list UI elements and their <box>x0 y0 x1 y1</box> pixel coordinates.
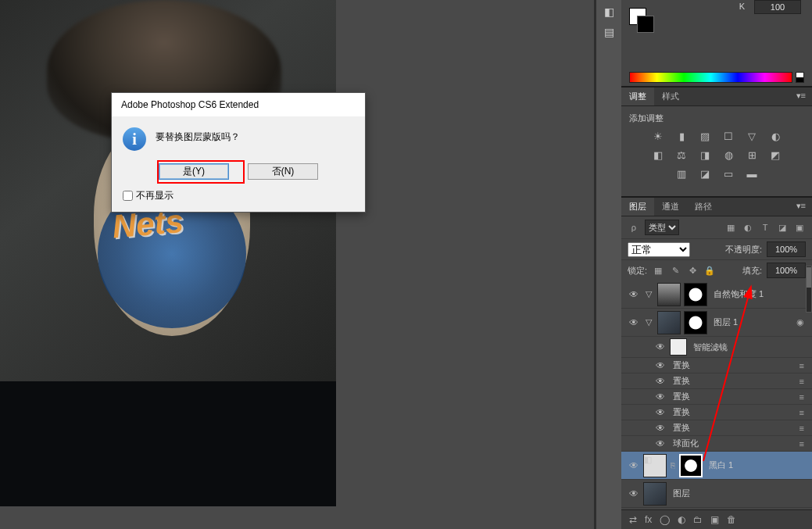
visibility-icon[interactable]: 👁 <box>653 360 668 371</box>
layer-name[interactable]: 图层 <box>668 488 807 499</box>
panel-menu-icon[interactable]: ▾≡ <box>790 88 812 105</box>
smart-object-icon[interactable]: ◉ <box>796 317 807 327</box>
layer-row[interactable]: 👁 ▽ 图层 1 ◉ <box>621 309 812 337</box>
visibility-icon[interactable]: 👁 <box>653 376 668 387</box>
visibility-icon[interactable]: 👁 <box>626 488 642 499</box>
fx-icon[interactable]: fx <box>645 514 652 525</box>
filter-adj-icon[interactable]: ◐ <box>742 221 754 234</box>
adj-balance-icon[interactable]: ⚖ <box>674 148 689 162</box>
visibility-icon[interactable]: 👁 <box>653 438 668 449</box>
group-icon[interactable]: 🗀 <box>693 514 703 525</box>
link-layers-icon[interactable]: ⇄ <box>629 514 637 525</box>
filter-settings-icon[interactable]: ≡ <box>799 424 807 433</box>
filter-settings-icon[interactable]: ≡ <box>799 408 807 417</box>
adj-curves-icon[interactable]: ▨ <box>697 129 713 143</box>
lock-pos-icon[interactable]: ✥ <box>686 264 699 277</box>
lock-trans-icon[interactable]: ▦ <box>652 264 664 277</box>
visibility-icon[interactable]: 👁 <box>653 407 668 418</box>
layer-thumb[interactable] <box>657 311 681 334</box>
document-canvas[interactable]: Nets <box>0 0 336 506</box>
filter-name[interactable]: 置换 <box>668 375 799 387</box>
filter-pick-icon[interactable]: ρ <box>628 221 640 234</box>
blend-mode-select[interactable]: 正常 <box>628 242 690 257</box>
filter-settings-icon[interactable]: ≡ <box>799 439 807 449</box>
layer-name[interactable]: 图层 1 <box>709 316 796 328</box>
layer-row[interactable]: 👁 ▽ 自然饱和度 1 <box>621 281 812 309</box>
filter-row[interactable]: 👁 置换 ≡ <box>621 358 812 374</box>
visibility-icon[interactable]: 👁 <box>626 317 642 328</box>
adj-levels-icon[interactable]: ▮ <box>674 129 689 143</box>
filter-type-select[interactable]: 类型 <box>645 220 679 235</box>
adj-invert-icon[interactable]: ◩ <box>767 148 783 162</box>
scrollbar-thumb[interactable] <box>807 267 811 288</box>
background-swatch[interactable] <box>637 16 654 33</box>
adj-posterize-icon[interactable]: ▥ <box>674 166 689 181</box>
panel-menu-icon[interactable]: ▾≡ <box>790 198 812 216</box>
adj-gradient-map-icon[interactable]: ▭ <box>721 166 736 181</box>
filter-name[interactable]: 置换 <box>668 391 799 402</box>
adj-selective-icon[interactable]: ▬ <box>744 166 760 181</box>
layer-name[interactable]: 自然饱和度 1 <box>709 288 807 300</box>
filter-name[interactable]: 置换 <box>668 422 799 434</box>
filter-smart-icon[interactable]: ▣ <box>793 221 806 234</box>
layer-row-selected[interactable]: 👁 ◧ ⎘ 黑白 1 <box>621 452 812 480</box>
adj-photo-filter-icon[interactable]: ◨ <box>697 148 713 162</box>
spectrum-ramp[interactable] <box>629 72 792 83</box>
filter-shape-icon[interactable]: ◪ <box>776 221 789 234</box>
adjustment-thumb[interactable]: ◧ <box>643 454 667 477</box>
tab-paths[interactable]: 路径 <box>687 198 720 216</box>
mask-thumb[interactable] <box>684 283 707 306</box>
adj-vibrance-icon[interactable]: ▽ <box>744 129 760 143</box>
no-button[interactable]: 否(N) <box>248 163 318 180</box>
scrollbar[interactable] <box>806 266 812 313</box>
filter-text-icon[interactable]: T <box>759 221 771 234</box>
filter-settings-icon[interactable]: ≡ <box>799 392 807 402</box>
color-swatches[interactable] <box>629 8 654 33</box>
fill-input[interactable] <box>767 263 806 278</box>
smart-filters-row[interactable]: 👁 智能滤镜 <box>621 337 812 358</box>
bw-ramp[interactable] <box>796 72 804 83</box>
lock-pixels-icon[interactable]: ✎ <box>669 264 681 277</box>
visibility-icon[interactable]: 👁 <box>653 423 668 434</box>
adj-hue-icon[interactable]: ◐ <box>767 129 783 143</box>
smart-filter-mask[interactable] <box>670 338 687 356</box>
filter-row[interactable]: 👁 置换 ≡ <box>621 374 812 389</box>
panel-toggle-icon[interactable]: ▤ <box>598 23 620 41</box>
filter-name[interactable]: 置换 <box>668 406 799 418</box>
visibility-icon[interactable]: 👁 <box>626 460 642 471</box>
adj-threshold-icon[interactable]: ◪ <box>697 166 713 181</box>
adjustment-thumb[interactable] <box>657 283 681 306</box>
panel-toggle-icon[interactable]: ◧ <box>598 3 620 20</box>
chevron-down-icon[interactable]: ▽ <box>642 317 656 327</box>
layer-thumb[interactable] <box>643 482 667 506</box>
adj-exposure-icon[interactable]: ☐ <box>721 129 736 143</box>
visibility-icon[interactable]: 👁 <box>653 391 668 402</box>
visibility-icon[interactable]: 👁 <box>626 289 642 300</box>
filter-name[interactable]: 置换 <box>668 359 799 371</box>
tab-channels[interactable]: 通道 <box>654 198 687 216</box>
filter-pixel-icon[interactable]: ▦ <box>724 221 737 234</box>
chevron-down-icon[interactable]: ▽ <box>642 289 656 299</box>
dont-show-checkbox[interactable] <box>123 191 133 201</box>
filter-row[interactable]: 👁 置换 ≡ <box>621 420 812 436</box>
delete-icon[interactable]: 🗑 <box>727 514 736 525</box>
layer-list[interactable]: 👁 ▽ 自然饱和度 1 👁 ▽ 图层 1 ◉ 👁 智能滤镜 👁 <box>621 281 812 509</box>
visibility-icon[interactable]: 👁 <box>653 341 668 352</box>
tab-adjustments[interactable]: 调整 <box>621 88 654 105</box>
mask-thumb[interactable] <box>684 311 707 334</box>
filter-row[interactable]: 👁 置换 ≡ <box>621 389 812 405</box>
new-layer-icon[interactable]: ▣ <box>710 514 719 525</box>
filter-row[interactable]: 👁 置换 ≡ <box>621 405 812 420</box>
tab-styles[interactable]: 样式 <box>654 88 687 105</box>
link-icon[interactable]: ⎘ <box>668 461 678 470</box>
yes-button[interactable]: 是(Y) <box>159 163 229 180</box>
filter-name[interactable]: 球面化 <box>668 438 799 449</box>
adj-lookup-icon[interactable]: ⊞ <box>744 148 760 162</box>
mask-thumb[interactable] <box>679 454 703 477</box>
tab-layers[interactable]: 图层 <box>621 198 654 216</box>
adj-bw-icon[interactable]: ◧ <box>650 148 666 162</box>
mask-icon[interactable]: ◯ <box>660 514 670 525</box>
adjustment-layer-icon[interactable]: ◐ <box>678 514 685 525</box>
adj-brightness-icon[interactable]: ☀ <box>650 129 666 143</box>
lock-all-icon[interactable]: 🔒 <box>703 264 716 277</box>
